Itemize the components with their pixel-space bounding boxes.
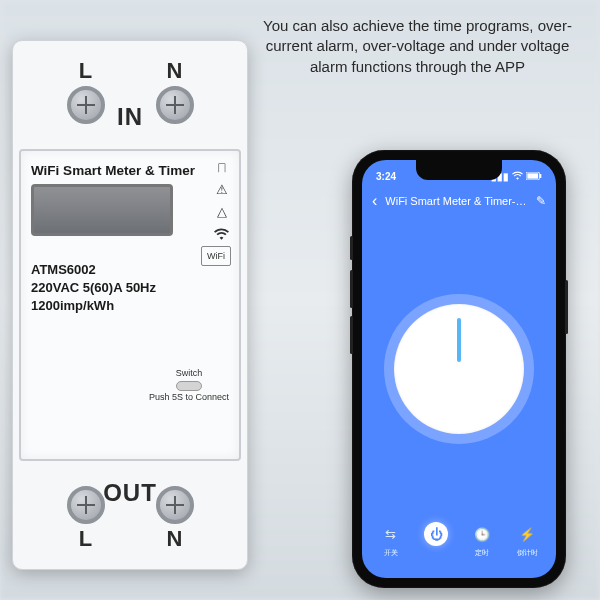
app-page-title: WiFi Smart Meter & Timer-… (385, 195, 528, 207)
svg-rect-2 (540, 174, 541, 178)
bottom-controls: ⇆ 开关 ⏻ 🕒 定时 ⚡ 倒计时 (362, 522, 556, 578)
phone-screen: 3:24 ▮▮▮ ‹ WiFi Smart Meter & Timer-… ✎ … (362, 160, 556, 578)
caption-text: You can also achieve the time programs, … (255, 16, 580, 77)
timer-button[interactable]: 🕒 定时 (460, 522, 504, 558)
switch-subtext: Push 5S to Connect (149, 392, 229, 402)
switch-area: Switch Push 5S to Connect (149, 369, 229, 403)
toggle-icon: ⇆ (379, 522, 403, 546)
indicator-column: ⨅ ⚠ △ (214, 161, 229, 242)
warning-icon: △ (217, 205, 227, 218)
device-title: WiFi Smart Meter & Timer (31, 163, 229, 178)
dial-area (362, 216, 556, 522)
wifi-icon (512, 171, 523, 182)
terminal-label-N: N (167, 58, 183, 84)
phone-power-button[interactable] (565, 280, 568, 334)
wifi-icon (214, 227, 229, 242)
pulse-icon: ⨅ (218, 161, 226, 174)
terminal-label-L: L (79, 58, 92, 84)
screw-icon (67, 486, 105, 524)
countdown-label: 倒计时 (517, 548, 538, 558)
svg-rect-1 (527, 173, 538, 178)
terminal-label-N: N (167, 526, 183, 552)
screw-icon (156, 86, 194, 124)
app-title-bar: ‹ WiFi Smart Meter & Timer-… ✎ (362, 186, 556, 216)
terminal-L-out: L (67, 486, 105, 552)
phone-volume-down[interactable] (350, 316, 353, 354)
model-number: ATMS6002 (31, 262, 229, 277)
phone-volume-up[interactable] (350, 270, 353, 308)
power-icon: ⏻ (424, 522, 448, 546)
power-button[interactable]: ⏻ (414, 522, 458, 548)
back-icon[interactable]: ‹ (372, 192, 377, 210)
terminal-L-in: L (67, 58, 105, 124)
meter-faceplate: WiFi Smart Meter & Timer ⨅ ⚠ △ WiFi ATMS… (19, 149, 241, 461)
clock-icon: 🕒 (470, 522, 494, 546)
terminal-N-out: N (156, 486, 194, 552)
switch-label: Switch (176, 368, 203, 378)
phone-mute-switch[interactable] (350, 236, 353, 260)
power-dial[interactable] (394, 304, 524, 434)
screw-icon (156, 486, 194, 524)
lcd-display (31, 184, 173, 236)
phone-notch (416, 160, 502, 180)
smart-meter-device: L N IN WiFi Smart Meter & Timer ⨅ ⚠ △ Wi… (12, 40, 248, 570)
input-label: IN (117, 103, 143, 131)
edit-icon[interactable]: ✎ (536, 194, 546, 208)
smartphone: 3:24 ▮▮▮ ‹ WiFi Smart Meter & Timer-… ✎ … (352, 150, 566, 588)
timer-label: 定时 (475, 548, 489, 558)
screw-icon (67, 86, 105, 124)
physical-switch[interactable] (176, 381, 202, 391)
spec-line-2: 1200imp/kWh (31, 298, 229, 313)
toggle-button[interactable]: ⇆ 开关 (369, 522, 413, 558)
battery-icon (526, 171, 542, 182)
alarm-icon: ⚠ (216, 183, 228, 196)
bolt-icon: ⚡ (515, 522, 539, 546)
output-terminals: L N (13, 475, 247, 563)
wifi-chip-label: WiFi (201, 246, 231, 266)
spec-line-1: 220VAC 5(60)A 50Hz (31, 280, 229, 295)
terminal-N-in: N (156, 58, 194, 124)
terminal-label-L: L (79, 526, 92, 552)
status-time: 3:24 (376, 171, 396, 182)
countdown-button[interactable]: ⚡ 倒计时 (505, 522, 549, 558)
toggle-label: 开关 (384, 548, 398, 558)
